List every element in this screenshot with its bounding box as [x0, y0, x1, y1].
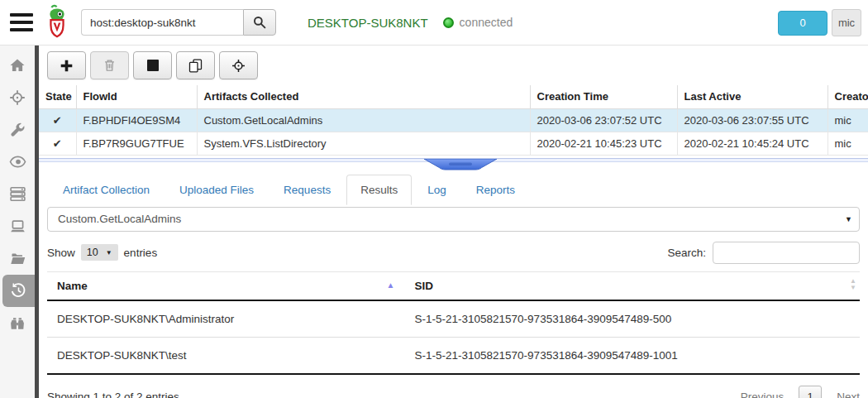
new-collection-button[interactable] [47, 51, 86, 79]
flow-id: F.BP7R9GUG7TFUE [76, 132, 197, 155]
page-size-select[interactable]: 10 ▼ [81, 244, 118, 261]
entries-label: entries [124, 247, 158, 259]
next-page-button[interactable]: Next [837, 391, 860, 398]
search-label: Search: [667, 247, 706, 259]
topbar: DESKTOP-SUK8NKT connected 0 mic [0, 0, 868, 46]
connection-status-label: connected [460, 16, 513, 29]
sidebar-item-virtual-filesystem[interactable] [0, 242, 35, 275]
page-1-button[interactable]: 1 [799, 386, 822, 398]
notifications-button[interactable]: 0 [778, 11, 827, 36]
velociraptor-logo [43, 4, 71, 41]
binoculars-icon [9, 315, 26, 332]
results-col-name[interactable]: Name ▲ [47, 271, 405, 300]
flow-row-selected[interactable]: ✔ F.BPHDFI4OE9SM4 Custom.GetLocalAdmins … [39, 108, 868, 132]
connection-status: connected [443, 16, 513, 29]
flow-creator: mic [827, 108, 868, 132]
client-search-group [81, 9, 276, 36]
sidebar-item-home[interactable] [0, 49, 35, 81]
create-hunt-button[interactable] [219, 51, 258, 79]
flow-creation-time: 2020-02-21 10:45:23 UTC [530, 132, 677, 155]
sidebar-item-client-events[interactable] [0, 307, 35, 339]
crosshairs-icon [9, 89, 26, 106]
results-search-input[interactable] [713, 242, 860, 264]
results-header-row: Name ▲ SID ▲▼ [47, 271, 860, 300]
table-controls: Show 10 ▼ entries Search: [47, 242, 860, 264]
tab-uploaded-files[interactable]: Uploaded Files [165, 175, 268, 205]
result-sid: S-1-5-21-3105821570-973531864-3909547489… [405, 300, 860, 338]
client-hostname: DESKTOP-SUK8NKT [308, 16, 428, 30]
result-sid: S-1-5-21-3105821570-973531864-3909547489… [405, 337, 860, 374]
flow-creator: mic [827, 132, 868, 155]
result-name: DESKTOP-SUK8NKT\Administrator [47, 300, 405, 338]
flows-col-last-active: Last Active [677, 85, 827, 108]
copy-flow-button[interactable] [176, 51, 215, 79]
flow-last-active: 2020-03-06 23:07:55 UTC [677, 108, 827, 132]
page-size-value: 10 [87, 247, 98, 258]
caret-down-icon: ▼ [106, 249, 112, 257]
flow-row[interactable]: ✔ F.BP7R9GUG7TFUE System.VFS.ListDirecto… [39, 132, 868, 155]
laptop-icon [9, 218, 26, 235]
client-search-input[interactable] [81, 9, 243, 36]
artifact-select-value: Custom.GetLocalAdmins [58, 213, 181, 225]
results-col-sid[interactable]: SID ▲▼ [405, 271, 860, 300]
flows-col-creation-time: Creation Time [530, 85, 677, 108]
search-icon [253, 16, 266, 29]
tab-log[interactable]: Log [413, 175, 460, 205]
sidebar-item-hunts[interactable] [0, 81, 35, 113]
archive-flow-button[interactable] [90, 51, 129, 79]
search-button[interactable] [243, 9, 276, 36]
sidebar-item-server-artifacts[interactable] [0, 178, 35, 210]
show-label: Show [47, 247, 75, 259]
splitter-drag-handle[interactable] [423, 159, 498, 171]
flow-creation-time: 2020-03-06 23:07:52 UTC [530, 108, 677, 132]
server-icon [9, 185, 26, 203]
trash-icon [103, 59, 116, 72]
artifact-result-select[interactable]: Custom.GetLocalAdmins ▼ [47, 207, 860, 232]
tab-requests[interactable]: Requests [269, 175, 345, 205]
flows-toolbar [39, 46, 868, 85]
sidebar-item-view-artifacts[interactable] [0, 113, 35, 146]
tab-reports[interactable]: Reports [462, 175, 529, 205]
stop-icon [147, 60, 159, 71]
plus-icon [60, 59, 74, 73]
crosshair-icon [231, 59, 246, 73]
sort-both-icon: ▲▼ [850, 278, 856, 291]
results-row: DESKTOP-SUK8NKT\test S-1-5-21-3105821570… [47, 337, 860, 374]
wrench-icon [9, 122, 26, 138]
tab-artifact-collection[interactable]: Artifact Collection [49, 175, 164, 205]
folder-open-icon [9, 250, 26, 267]
eye-icon [9, 153, 26, 170]
flows-header-row: State FlowId Artifacts Collected Creatio… [39, 85, 868, 108]
home-icon [9, 57, 26, 74]
stop-flow-button[interactable] [133, 51, 172, 79]
pagination: Previous 1 Next [741, 386, 860, 398]
sidebar [0, 46, 35, 398]
sidebar-item-collected-artifacts[interactable] [2, 275, 35, 307]
hamburger-menu-icon[interactable] [10, 9, 33, 36]
result-name: DESKTOP-SUK8NKT\test [47, 337, 405, 374]
connected-dot-icon [443, 17, 454, 28]
results-table: Name ▲ SID ▲▼ DESKTOP-SUK8NKT\Administra… [47, 271, 860, 375]
caret-down-icon: ▼ [845, 215, 852, 223]
copy-icon [188, 59, 203, 73]
flow-id: F.BPHDFI4OE9SM4 [76, 108, 197, 132]
tab-results[interactable]: Results [346, 175, 412, 205]
flows-col-artifacts: Artifacts Collected [197, 85, 530, 108]
pane-splitter [39, 156, 868, 168]
flows-col-state: State [39, 85, 76, 108]
flow-detail-tabs: Artifact Collection Uploaded Files Reque… [39, 174, 868, 205]
results-info: Showing 1 to 2 of 2 entries [47, 391, 179, 398]
flows-col-creator: Creator [827, 85, 868, 108]
flow-artifacts: System.VFS.ListDirectory [197, 132, 530, 155]
sidebar-item-host-information[interactable] [0, 210, 35, 242]
sidebar-item-server-events[interactable] [0, 146, 35, 178]
flow-state-check-icon: ✔ [39, 108, 76, 132]
flows-table: State FlowId Artifacts Collected Creatio… [39, 85, 868, 156]
sort-ascending-icon: ▲ [387, 281, 395, 290]
user-button[interactable]: mic [832, 9, 861, 36]
history-icon [10, 282, 27, 300]
flow-state-check-icon: ✔ [39, 132, 76, 155]
previous-page-button[interactable]: Previous [741, 391, 785, 398]
results-row: DESKTOP-SUK8NKT\Administrator S-1-5-21-3… [47, 300, 860, 338]
flow-artifacts: Custom.GetLocalAdmins [197, 108, 530, 132]
